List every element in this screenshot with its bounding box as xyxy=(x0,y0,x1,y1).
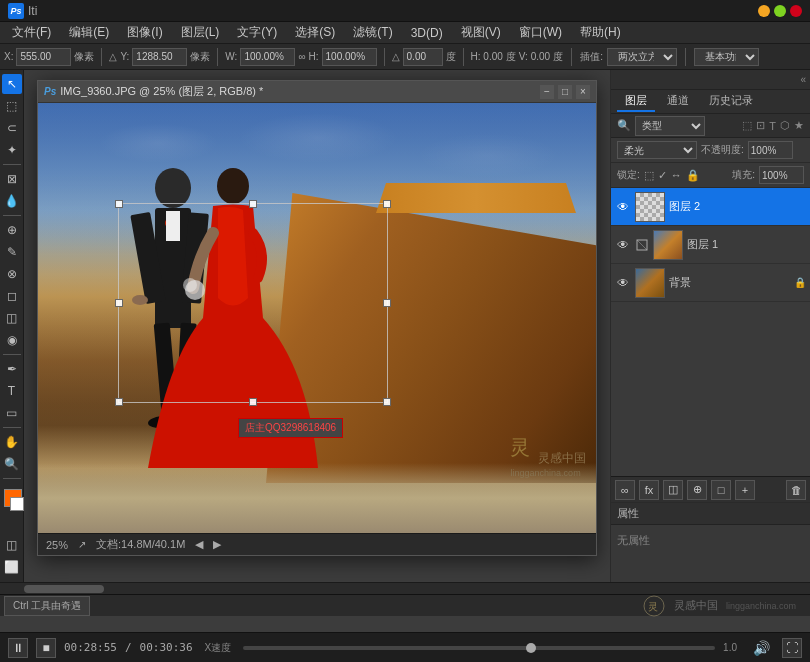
nav-prev[interactable]: ◀ xyxy=(195,538,203,551)
kind-shape-icon[interactable]: ⬡ xyxy=(780,119,790,132)
blend-mode-select[interactable]: 柔光 正常 溶解 正片叠底 xyxy=(617,141,697,159)
time-current: 00:28:55 xyxy=(64,641,117,654)
doc-maximize[interactable]: □ xyxy=(558,85,572,99)
doc-size: 文档:14.8M/40.1M xyxy=(96,537,185,552)
crop-tool[interactable]: ⊠ xyxy=(2,169,22,189)
stamp-tool[interactable]: ⊗ xyxy=(2,264,22,284)
interp-select[interactable]: 两次立方 xyxy=(607,48,677,66)
layer-2-visibility[interactable]: 👁 xyxy=(615,199,631,215)
move-tool[interactable]: ↖ xyxy=(2,74,22,94)
h-scrollbar[interactable] xyxy=(0,582,810,594)
healing-tool[interactable]: ⊕ xyxy=(2,220,22,240)
menu-edit[interactable]: 编辑(E) xyxy=(61,22,117,43)
link-layers-btn[interactable]: ∞ xyxy=(615,480,635,500)
menu-type[interactable]: 文字(Y) xyxy=(229,22,285,43)
lasso-tool[interactable]: ⊂ xyxy=(2,118,22,138)
svg-point-13 xyxy=(183,278,197,292)
lock-pixel-btn[interactable]: ⬚ xyxy=(644,169,654,182)
layer-list: 👁 图层 2 👁 图层 1 👁 xyxy=(611,188,810,476)
tool-sep-5 xyxy=(3,478,21,479)
timeline-track[interactable] xyxy=(243,646,715,650)
menu-select[interactable]: 选择(S) xyxy=(287,22,343,43)
h-input[interactable] xyxy=(322,48,377,66)
zoom-tool[interactable]: 🔍 xyxy=(2,454,22,474)
background-color[interactable] xyxy=(10,497,24,511)
timeline-thumb[interactable] xyxy=(526,643,536,653)
menu-view[interactable]: 视图(V) xyxy=(453,22,509,43)
kind-pixel-icon[interactable]: ⬚ xyxy=(742,119,752,132)
layer-style-btn[interactable]: fx xyxy=(639,480,659,500)
y-input[interactable] xyxy=(132,48,187,66)
tab-channels[interactable]: 通道 xyxy=(659,91,697,112)
panel-collapse-btn[interactable]: « xyxy=(800,74,806,85)
layer-item-2[interactable]: 👁 图层 2 xyxy=(611,188,810,226)
w-label: W: xyxy=(225,51,237,62)
lock-all-btn[interactable]: 🔒 xyxy=(686,169,700,182)
speed-value: 1.0 xyxy=(723,642,737,653)
layer-1-visibility[interactable]: 👁 xyxy=(615,237,631,253)
minimize-button[interactable] xyxy=(758,5,770,17)
gradient-tool[interactable]: ◫ xyxy=(2,308,22,328)
h-scroll-thumb[interactable] xyxy=(24,585,104,593)
maximize-button[interactable] xyxy=(774,5,786,17)
menu-bar: 文件(F) 编辑(E) 图像(I) 图层(L) 文字(Y) 选择(S) 滤镜(T… xyxy=(0,22,810,44)
group-layer-btn[interactable]: □ xyxy=(711,480,731,500)
new-layer-btn[interactable]: + xyxy=(735,480,755,500)
menu-image[interactable]: 图像(I) xyxy=(119,22,170,43)
opacity-label: 不透明度: xyxy=(701,143,744,157)
menu-filter[interactable]: 滤镜(T) xyxy=(345,22,400,43)
doc-close[interactable]: × xyxy=(576,85,590,99)
layer-bg-visibility[interactable]: 👁 xyxy=(615,275,631,291)
layer-item-1[interactable]: 👁 图层 1 xyxy=(611,226,810,264)
delete-layer-btn[interactable]: 🗑 xyxy=(786,480,806,500)
fill-input[interactable] xyxy=(759,166,804,184)
blur-tool[interactable]: ◉ xyxy=(2,330,22,350)
screen-mode[interactable]: ⬜ xyxy=(2,557,22,577)
lock-move-btn[interactable]: ✓ xyxy=(658,169,667,182)
timeline-pause-btn[interactable]: ⏸ xyxy=(8,638,28,658)
layer-item-bg[interactable]: 👁 背景 🔒 xyxy=(611,264,810,302)
document-canvas[interactable]: 灵 灵感中国 lingganchina.com 店主QQ3298618406 xyxy=(38,103,596,533)
menu-3d[interactable]: 3D(D) xyxy=(403,24,451,42)
text-tool[interactable]: T xyxy=(2,381,22,401)
path-tool[interactable]: ✒ xyxy=(2,359,22,379)
magic-wand-tool[interactable]: ✦ xyxy=(2,140,22,160)
divider-6 xyxy=(685,48,686,66)
layer-mask-btn[interactable]: ◫ xyxy=(663,480,683,500)
tab-history[interactable]: 历史记录 xyxy=(701,91,761,112)
timeline-stop-btn[interactable]: ■ xyxy=(36,638,56,658)
x-input[interactable] xyxy=(16,48,71,66)
fullscreen-btn[interactable]: ⛶ xyxy=(782,638,802,658)
tab-layers[interactable]: 图层 xyxy=(617,91,655,112)
nav-next[interactable]: ▶ xyxy=(213,538,221,551)
tool-sep-4 xyxy=(3,427,21,428)
menu-file[interactable]: 文件(F) xyxy=(4,22,59,43)
search-icon: 🔍 xyxy=(617,119,631,132)
eyedropper-tool[interactable]: 💧 xyxy=(2,191,22,211)
menu-help[interactable]: 帮助(H) xyxy=(572,22,629,43)
volume-icon[interactable]: 🔊 xyxy=(753,640,770,656)
workspace-select[interactable]: 基本功能 xyxy=(694,48,759,66)
mask-mode[interactable]: ◫ xyxy=(2,535,22,555)
close-button[interactable] xyxy=(790,5,802,17)
kind-type-icon[interactable]: T xyxy=(769,120,776,132)
adjustment-layer-btn[interactable]: ⊕ xyxy=(687,480,707,500)
layer-type-filter[interactable]: 类型 xyxy=(635,116,705,136)
kind-smart-icon[interactable]: ★ xyxy=(794,119,804,132)
tool-sep-2 xyxy=(3,215,21,216)
properties-panel: 属性 无属性 xyxy=(611,502,810,582)
shape-tool[interactable]: ▭ xyxy=(2,403,22,423)
angle-input[interactable] xyxy=(403,48,443,66)
menu-window[interactable]: 窗口(W) xyxy=(511,22,570,43)
right-panel: « 图层 通道 历史记录 🔍 类型 ⬚ ⊡ T ⬡ ★ 柔光 xyxy=(610,70,810,582)
brush-tool[interactable]: ✎ xyxy=(2,242,22,262)
hand-tool[interactable]: ✋ xyxy=(2,432,22,452)
selection-tool[interactable]: ⬚ xyxy=(2,96,22,116)
kind-adjust-icon[interactable]: ⊡ xyxy=(756,119,765,132)
menu-layer[interactable]: 图层(L) xyxy=(173,22,228,43)
lock-artboard-btn[interactable]: ↔ xyxy=(671,169,682,181)
doc-minimize[interactable]: − xyxy=(540,85,554,99)
w-input[interactable] xyxy=(240,48,295,66)
eraser-tool[interactable]: ◻ xyxy=(2,286,22,306)
opacity-input[interactable] xyxy=(748,141,793,159)
